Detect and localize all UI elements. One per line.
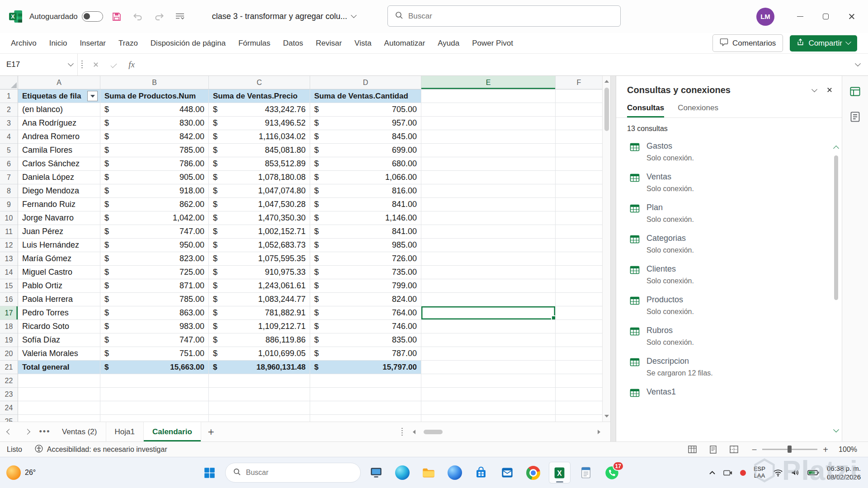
cell-D23[interactable]: [310, 388, 421, 401]
column-header-A[interactable]: A: [18, 76, 100, 89]
ribbon-tab-ayuda[interactable]: Ayuda: [431, 35, 466, 52]
cell-A9[interactable]: Fernando Ruiz: [18, 198, 100, 211]
cell-C18[interactable]: $1,109,212.71: [209, 320, 310, 333]
query-item-productos[interactable]: ProductosSolo conexión.: [627, 290, 822, 321]
share-button[interactable]: Compartir: [790, 35, 857, 52]
query-item-ventas1[interactable]: Ventas1: [627, 382, 822, 405]
cell-D22[interactable]: [310, 374, 421, 388]
cell-E24[interactable]: [421, 401, 556, 415]
cell-D16[interactable]: $824.00: [310, 293, 421, 306]
accessibility-status[interactable]: Accesibilidad: es necesario investigar: [35, 445, 167, 455]
cell-A14[interactable]: Miguel Castro: [18, 266, 100, 279]
horizontal-scrollbar[interactable]: [422, 429, 591, 435]
cell-B11[interactable]: $747.00: [100, 225, 209, 239]
record-icon[interactable]: [740, 470, 746, 476]
cell-F8[interactable]: [556, 184, 602, 198]
ribbon-tab-vista[interactable]: Vista: [348, 35, 378, 52]
cell-D20[interactable]: $787.00: [310, 347, 421, 361]
next-sheet-button[interactable]: [18, 422, 36, 441]
ribbon-tab-trazo[interactable]: Trazo: [112, 35, 144, 52]
scroll-up-button[interactable]: [603, 76, 610, 87]
cell-C11[interactable]: $1,002,152.71: [209, 225, 310, 239]
comments-button[interactable]: Comentarios: [712, 34, 783, 52]
cell-D1[interactable]: Suma de Ventas.Cantidad: [310, 89, 421, 103]
cell-E3[interactable]: [421, 117, 556, 130]
close-button[interactable]: [839, 5, 864, 29]
cell-E8[interactable]: [421, 184, 556, 198]
cell-F6[interactable]: [556, 157, 602, 171]
cell-B6[interactable]: $786.00: [100, 157, 209, 171]
row-header-8[interactable]: 8: [0, 184, 18, 198]
cell-C15[interactable]: $1,243,061.61: [209, 279, 310, 293]
cell-B20[interactable]: $751.00: [100, 347, 209, 361]
ribbon-tab-power-pivot[interactable]: Power Pivot: [466, 35, 519, 52]
ribbon-tab-automatizar[interactable]: Automatizar: [378, 35, 432, 52]
row-header-4[interactable]: 4: [0, 130, 18, 144]
row-header-18[interactable]: 18: [0, 320, 18, 333]
column-header-B[interactable]: B: [100, 76, 209, 89]
cell-A7[interactable]: Daniela López: [18, 171, 100, 184]
query-item-ventas[interactable]: VentasSolo conexión.: [627, 167, 822, 198]
cell-F24[interactable]: [556, 401, 602, 415]
cell-D21[interactable]: $15,797.00: [310, 361, 421, 374]
cell-C4[interactable]: $1,116,034.02: [209, 130, 310, 144]
row-header-3[interactable]: 3: [0, 117, 18, 130]
cell-B8[interactable]: $918.00: [100, 184, 209, 198]
cell-D6[interactable]: $680.00: [310, 157, 421, 171]
cell-D8[interactable]: $816.00: [310, 184, 421, 198]
cell-C20[interactable]: $1,010,699.05: [209, 347, 310, 361]
cell-A4[interactable]: Andrea Romero: [18, 130, 100, 144]
zoom-level[interactable]: 100%: [834, 446, 857, 454]
row-header-21[interactable]: 21: [0, 361, 18, 374]
column-header-F[interactable]: F: [556, 76, 602, 89]
cell-D9[interactable]: $841.00: [310, 198, 421, 211]
row-header-22[interactable]: 22: [0, 374, 18, 388]
cell-C10[interactable]: $1,470,350.30: [209, 211, 310, 225]
row-header-24[interactable]: 24: [0, 401, 18, 415]
cell-F16[interactable]: [556, 293, 602, 306]
cell-E21[interactable]: [421, 361, 556, 374]
cell-C12[interactable]: $1,052,683.73: [209, 239, 310, 252]
formula-bar-divider[interactable]: [81, 61, 83, 69]
user-avatar[interactable]: LM: [756, 8, 774, 26]
tabbar-divider[interactable]: [401, 428, 403, 436]
scroll-right-button[interactable]: [594, 427, 604, 437]
row-header-12[interactable]: 12: [0, 239, 18, 252]
ribbon-tab-insertar[interactable]: Insertar: [73, 35, 112, 52]
redo-button[interactable]: [151, 11, 167, 23]
ribbon-tab-revisar[interactable]: Revisar: [309, 35, 348, 52]
cell-E22[interactable]: [421, 374, 556, 388]
edge-icon[interactable]: [444, 462, 466, 483]
cell-B14[interactable]: $725.00: [100, 266, 209, 279]
panel-scroll-down-button[interactable]: [832, 425, 840, 436]
name-box[interactable]: [0, 54, 78, 75]
cell-A25[interactable]: [18, 415, 100, 422]
insert-function-button[interactable]: fx: [123, 54, 141, 75]
cell-E18[interactable]: [421, 320, 556, 333]
cell-E20[interactable]: [421, 347, 556, 361]
cell-B13[interactable]: $823.00: [100, 252, 209, 266]
excel-icon[interactable]: X: [549, 462, 571, 483]
cell-E6[interactable]: [421, 157, 556, 171]
cell-A3[interactable]: Ana Rodríguez: [18, 117, 100, 130]
cell-E7[interactable]: [421, 171, 556, 184]
scroll-down-button[interactable]: [603, 411, 610, 422]
row-header-9[interactable]: 9: [0, 198, 18, 211]
sheet-tab-ventas-2[interactable]: Ventas (2): [53, 422, 106, 441]
cell-C16[interactable]: $1,083,244.77: [209, 293, 310, 306]
save-button[interactable]: [109, 10, 124, 23]
cell-F18[interactable]: [556, 320, 602, 333]
sheet-tab-calendario[interactable]: Calendario: [144, 422, 201, 441]
ribbon-tab-inicio[interactable]: Inicio: [43, 35, 74, 52]
cell-A1[interactable]: Etiquetas de fila: [18, 89, 100, 103]
cell-B16[interactable]: $785.00: [100, 293, 209, 306]
cell-F2[interactable]: [556, 103, 602, 117]
cell-A5[interactable]: Camila Flores: [18, 144, 100, 157]
cell-D14[interactable]: $735.00: [310, 266, 421, 279]
search-input[interactable]: [408, 12, 613, 21]
scroll-left-button[interactable]: [409, 427, 419, 437]
cell-D18[interactable]: $746.00: [310, 320, 421, 333]
cell-B4[interactable]: $842.00: [100, 130, 209, 144]
zoom-out-button[interactable]: −: [752, 445, 757, 454]
cell-B1[interactable]: Suma de Productos.Num: [100, 89, 209, 103]
